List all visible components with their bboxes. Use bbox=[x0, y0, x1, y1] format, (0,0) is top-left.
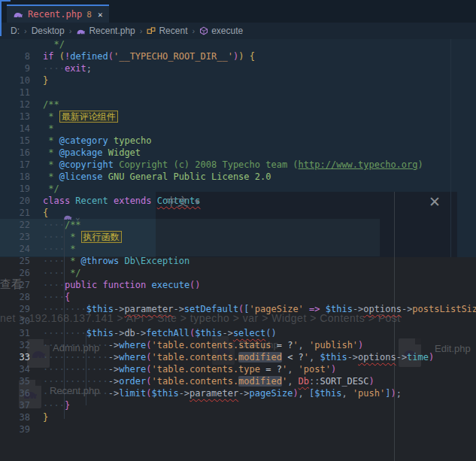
codelens-indicator[interactable]: ⌄ bbox=[63, 211, 80, 222]
line-number: 30 bbox=[0, 315, 30, 327]
php-elephant-icon bbox=[76, 27, 86, 35]
line-number: 34 bbox=[0, 363, 30, 375]
line-number: 38 bbox=[0, 411, 30, 423]
line-number: 21 bbox=[0, 207, 30, 219]
line-number: 12 bbox=[0, 99, 30, 111]
tab-problem-count: 8 bbox=[86, 10, 92, 20]
line-number: 20 bbox=[0, 195, 30, 207]
line-number: 15 bbox=[0, 135, 30, 147]
vscode-window: 查看 net > 192.168.137.141 > API > Site > … bbox=[0, 0, 476, 461]
breadcrumb-item-desktop[interactable]: Desktop bbox=[32, 26, 65, 36]
line-number: 24 bbox=[0, 243, 30, 255]
breadcrumb-item-method[interactable]: execute bbox=[199, 26, 243, 36]
line-number: 10 bbox=[0, 74, 30, 86]
line-number: 16 bbox=[0, 147, 30, 159]
line-number: 13 bbox=[0, 111, 30, 123]
line-number: 18 bbox=[0, 171, 30, 183]
editor-code-area[interactable]: */8if (!defined('__TYPECHO_ROOT_DIR__'))… bbox=[0, 0, 476, 461]
line-number: 31 bbox=[0, 327, 30, 339]
overlay-language-selector[interactable]: 中文 ▼ bbox=[166, 195, 201, 209]
breadcrumb-separator: › bbox=[140, 26, 143, 35]
line-number: 32 bbox=[0, 339, 30, 351]
tab-bar: Recent.php 8 ✕ bbox=[0, 0, 476, 23]
breadcrumb-separator: › bbox=[69, 26, 72, 35]
method-symbol-icon bbox=[199, 26, 208, 35]
breadcrumb-separator: › bbox=[24, 26, 27, 35]
overlay-close-icon[interactable]: ✕ bbox=[429, 193, 441, 211]
line-number: 33 bbox=[0, 351, 30, 363]
window-accent-border bbox=[0, 0, 2, 36]
php-elephant-icon bbox=[13, 10, 23, 19]
line-number: 22 bbox=[0, 219, 30, 231]
line-number: 26 bbox=[0, 267, 30, 279]
line-number: 28 bbox=[0, 291, 30, 303]
line-number: 37 bbox=[0, 399, 30, 411]
line-number: 23 bbox=[0, 231, 30, 243]
line-number: 36 bbox=[0, 387, 30, 399]
window-accent-border bbox=[0, 0, 11, 2]
line-number: 39 bbox=[0, 423, 30, 435]
breadcrumb: D: › Desktop › Recent.php › Recent › exe… bbox=[0, 23, 476, 39]
class-symbol-icon bbox=[147, 26, 156, 35]
line-number: 19 bbox=[0, 183, 30, 195]
chevron-down-icon: ⌄ bbox=[75, 212, 80, 222]
line-number: 27 bbox=[0, 279, 30, 291]
line-number: 11 bbox=[0, 86, 30, 99]
line-number: 17 bbox=[0, 159, 30, 171]
line-number: 9 bbox=[0, 62, 30, 74]
tab-close-icon[interactable]: ✕ bbox=[98, 10, 103, 20]
php-elephant-icon bbox=[63, 213, 72, 221]
tab-title: Recent.php bbox=[28, 9, 82, 20]
line-number: 35 bbox=[0, 375, 30, 387]
breadcrumb-item-file[interactable]: Recent.php bbox=[76, 26, 135, 36]
line-number: 29 bbox=[0, 303, 30, 315]
line-number: 14 bbox=[0, 123, 30, 135]
breadcrumb-separator: › bbox=[192, 26, 195, 35]
language-label: 中文 bbox=[166, 195, 189, 209]
dropdown-caret-icon: ▼ bbox=[193, 198, 201, 206]
breadcrumb-item-drive[interactable]: D: bbox=[11, 26, 20, 36]
breadcrumb-item-class[interactable]: Recent bbox=[147, 26, 187, 36]
line-number: 25 bbox=[0, 255, 30, 267]
tab-recent-php[interactable]: Recent.php 8 ✕ bbox=[7, 5, 109, 23]
line-number: 8 bbox=[0, 50, 30, 62]
